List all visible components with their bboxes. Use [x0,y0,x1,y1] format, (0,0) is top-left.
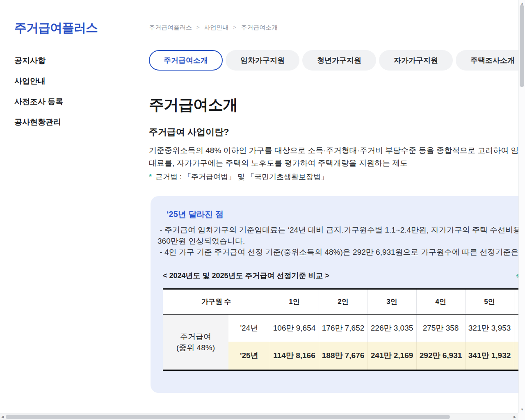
highlight-box-heading: ‘25년 달라진 점 [167,209,224,220]
tab-bar: 주거급여소개 임차가구지원 청년가구지원 자가가구지원 주택조사소개 [149,50,518,71]
header-4-person: 4인 [416,289,465,314]
main-content: 주거급여플러스 > 사업안내 > 주거급여소개 주거급여소개 임차가구지원 청년… [129,0,518,413]
horizontal-scrollbar-thumb[interactable] [6,415,450,419]
site-logo[interactable]: 주거급여플러스 [14,20,98,37]
value-cell: 275만 358 [416,314,465,342]
sidebar-item-notices[interactable]: 공지사항 [14,50,63,71]
value-cell-clipped [514,342,518,370]
page-title: 주거급여소개 [149,95,237,115]
intro-text-line: 대료를, 자가가구에는 주택의 노후도를 평가하여 주택개량을 지원하는 제도 [149,158,408,169]
highlight-box-line: - 4인 가구 기준 주거급여 선정 기준(중위소득의 48%)은 292만 6… [158,247,518,258]
legal-basis-text: 근거법 : 「주거급여법」 및 「국민기초생활보장법」 [155,173,328,181]
vertical-scrollbar-thumb[interactable] [520,5,524,87]
value-cell: 241만 2,169 [368,342,416,370]
scroll-left-arrow-icon[interactable]: ◀ [1,415,4,419]
legal-basis-note: *근거법 : 「주거급여법」 및 「국민기초생활보장법」 [149,172,328,182]
value-cell: 321만 3,953 [465,314,514,342]
sidebar-item-programs[interactable]: 사업안내 [14,71,63,91]
sidebar-item-construction[interactable]: 공사현황관리 [14,112,63,132]
value-cell: 176만 7,652 [319,314,368,342]
breadcrumb-separator: > [196,24,200,32]
tab-housing-benefit-intro[interactable]: 주거급여소개 [149,50,223,71]
comparison-table: 가구원 수 1인 2인 3인 4인 5인 주거급여(중위 48%) '24년 1… [163,288,518,371]
breadcrumb-section[interactable]: 사업안내 [204,24,229,32]
sidebar: 주거급여플러스 공지사항 사업안내 사전조사 등록 공사현황관리 [0,0,129,413]
tab-rental-household[interactable]: 임차가구지원 [226,50,299,71]
header-household-size: 가구원 수 [163,289,270,314]
value-cell: 106만 9,654 [270,314,319,342]
year-cell-2025: '25년 [228,342,270,370]
scroll-right-arrow-icon[interactable]: ▶ [514,415,516,419]
value-cell: 292만 6,931 [416,342,465,370]
table-row-2024: 주거급여(중위 48%) '24년 106만 9,654 176만 7,652 … [163,314,518,342]
intro-text-line: 기준중위소득의 48% 이하인 가구를 대상으로 소득·주거형태·주거비 부담수… [149,145,518,156]
tab-youth-household[interactable]: 청년가구지원 [302,50,376,71]
scroll-down-arrow-icon[interactable]: ▼ [520,408,524,411]
table-caption: < 2024년도 및 2025년도 주거급여 선정기준 비교 > [163,271,329,281]
value-cell: 114만 8,166 [270,342,319,370]
sidebar-item-presurvey[interactable]: 사전조사 등록 [14,91,63,112]
sidebar-nav: 공지사항 사업안내 사전조사 등록 공사현황관리 [14,50,63,132]
value-cell: 188만 7,676 [319,342,368,370]
app-window: 주거급여플러스 공지사항 사업안내 사전조사 등록 공사현황관리 주거급여플러스… [0,0,525,420]
value-cell: 226만 3,035 [368,314,416,342]
year-cell-2024: '24년 [228,314,270,342]
breadcrumb-current: 주거급여소개 [241,24,278,32]
scrollbar-corner [518,413,525,420]
vertical-scrollbar[interactable]: ▲ ▼ [518,0,525,413]
highlight-box-line: 360만원 인상되었습니다. [158,236,245,247]
highlight-box-line: - 주거급여 임차가구의 기준임대료는 ‘24년 대비 급지.가구원수별 1.1… [158,225,518,235]
row-label-cell: 주거급여(중위 48%) [163,314,228,370]
breadcrumb: 주거급여플러스 > 사업안내 > 주거급여소개 [149,24,278,32]
header-5-person: 5인 [465,289,514,314]
header-clipped-column [514,289,518,314]
section-heading: 주거급여 사업이란? [149,126,229,138]
horizontal-scrollbar[interactable]: ◀ ▶ [0,413,518,420]
tab-housing-survey[interactable]: 주택조사소개 [456,50,518,71]
tab-owner-household[interactable]: 자가가구지원 [379,50,453,71]
value-cell-clipped [514,314,518,342]
asterisk-icon: * [149,173,152,181]
table-header-row: 가구원 수 1인 2인 3인 4인 5인 [163,289,518,314]
breadcrumb-separator: > [233,24,237,32]
breadcrumb-home[interactable]: 주거급여플러스 [149,24,192,32]
header-2-person: 2인 [319,289,368,314]
value-cell: 341만 1,932 [465,342,514,370]
header-3-person: 3인 [368,289,416,314]
highlight-box: ‘25년 달라진 점 - 주거급여 임차가구의 기준임대료는 ‘24년 대비 급… [151,196,518,393]
header-1-person: 1인 [270,289,319,314]
